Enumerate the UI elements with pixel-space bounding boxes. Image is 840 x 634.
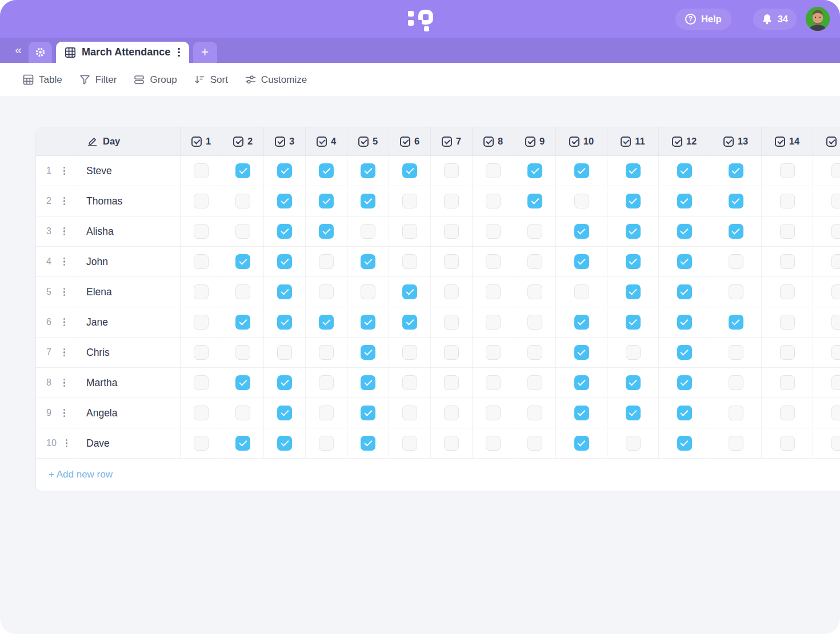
- row-menu-icon[interactable]: [62, 376, 67, 390]
- row-name-cell[interactable]: Martha: [74, 368, 181, 398]
- day-number-header[interactable]: 1: [181, 127, 222, 155]
- attendance-checkbox-cell[interactable]: [659, 216, 710, 246]
- help-button[interactable]: ? Help: [675, 9, 731, 30]
- attendance-checkbox-cell[interactable]: [347, 247, 389, 276]
- attendance-checkbox-cell[interactable]: [222, 338, 264, 367]
- attendance-checkbox-cell[interactable]: [431, 277, 473, 307]
- row-name-cell[interactable]: Steve: [74, 156, 181, 186]
- attendance-checkbox-cell[interactable]: [222, 428, 264, 458]
- attendance-checkbox-cell[interactable]: [264, 428, 306, 458]
- attendance-checkbox-cell[interactable]: [813, 368, 840, 398]
- attendance-checkbox-cell[interactable]: [514, 247, 556, 276]
- attendance-checkbox-cell[interactable]: [347, 307, 389, 337]
- attendance-checkbox-cell[interactable]: [264, 216, 306, 246]
- day-number-header[interactable]: 12: [659, 127, 710, 155]
- attendance-checkbox-cell[interactable]: [813, 338, 840, 367]
- toolbar-group-button[interactable]: Group: [134, 74, 177, 86]
- attendance-checkbox-cell[interactable]: [659, 307, 710, 337]
- attendance-checkbox-cell[interactable]: [762, 428, 813, 458]
- collapse-sidebar-button[interactable]: «: [7, 38, 29, 63]
- attendance-checkbox-cell[interactable]: [710, 398, 762, 428]
- attendance-checkbox-cell[interactable]: [813, 156, 840, 186]
- attendance-checkbox-cell[interactable]: [389, 398, 431, 428]
- attendance-checkbox-cell[interactable]: [813, 428, 840, 458]
- attendance-checkbox-cell[interactable]: [181, 156, 222, 186]
- attendance-checkbox-cell[interactable]: [389, 216, 431, 246]
- attendance-checkbox-cell[interactable]: [710, 307, 762, 337]
- attendance-checkbox-cell[interactable]: [813, 186, 840, 216]
- row-menu-icon[interactable]: [62, 255, 67, 268]
- add-view-button[interactable]: +: [193, 42, 217, 63]
- attendance-checkbox-cell[interactable]: [762, 216, 813, 246]
- attendance-checkbox-cell[interactable]: [556, 247, 607, 276]
- attendance-checkbox-cell[interactable]: [347, 398, 389, 428]
- attendance-checkbox-cell[interactable]: [556, 156, 607, 186]
- attendance-checkbox-cell[interactable]: [813, 398, 840, 428]
- attendance-checkbox-cell[interactable]: [607, 216, 659, 246]
- attendance-checkbox-cell[interactable]: [659, 277, 710, 307]
- attendance-checkbox-cell[interactable]: [710, 277, 762, 307]
- attendance-checkbox-cell[interactable]: [514, 186, 556, 216]
- toolbar-filter-button[interactable]: Filter: [79, 74, 117, 86]
- attendance-checkbox-cell[interactable]: [813, 247, 840, 276]
- attendance-checkbox-cell[interactable]: [181, 428, 222, 458]
- attendance-checkbox-cell[interactable]: [514, 216, 556, 246]
- attendance-checkbox-cell[interactable]: [762, 247, 813, 276]
- attendance-checkbox-cell[interactable]: [264, 186, 306, 216]
- attendance-checkbox-cell[interactable]: [710, 368, 762, 398]
- attendance-checkbox-cell[interactable]: [431, 307, 473, 337]
- day-number-header[interactable]: 15: [813, 127, 840, 155]
- attendance-checkbox-cell[interactable]: [514, 398, 556, 428]
- attendance-checkbox-cell[interactable]: [389, 368, 431, 398]
- attendance-checkbox-cell[interactable]: [813, 216, 840, 246]
- attendance-checkbox-cell[interactable]: [431, 247, 473, 276]
- day-number-header[interactable]: 5: [347, 127, 389, 155]
- attendance-checkbox-cell[interactable]: [813, 277, 840, 307]
- attendance-checkbox-cell[interactable]: [222, 216, 264, 246]
- notifications-button[interactable]: 34: [753, 9, 797, 30]
- attendance-checkbox-cell[interactable]: [473, 277, 514, 307]
- attendance-checkbox-cell[interactable]: [306, 186, 347, 216]
- row-name-cell[interactable]: Angela: [74, 398, 181, 428]
- attendance-checkbox-cell[interactable]: [222, 186, 264, 216]
- attendance-checkbox-cell[interactable]: [710, 247, 762, 276]
- attendance-checkbox-cell[interactable]: [306, 156, 347, 186]
- attendance-checkbox-cell[interactable]: [607, 156, 659, 186]
- attendance-checkbox-cell[interactable]: [347, 156, 389, 186]
- view-settings-button[interactable]: [29, 42, 52, 63]
- attendance-checkbox-cell[interactable]: [556, 368, 607, 398]
- row-menu-icon[interactable]: [62, 195, 67, 208]
- attendance-checkbox-cell[interactable]: [306, 216, 347, 246]
- attendance-checkbox-cell[interactable]: [347, 368, 389, 398]
- attendance-checkbox-cell[interactable]: [473, 186, 514, 216]
- attendance-checkbox-cell[interactable]: [306, 428, 347, 458]
- attendance-checkbox-cell[interactable]: [710, 338, 762, 367]
- attendance-checkbox-cell[interactable]: [607, 247, 659, 276]
- attendance-checkbox-cell[interactable]: [181, 186, 222, 216]
- tab-menu-icon[interactable]: [176, 46, 181, 59]
- attendance-checkbox-cell[interactable]: [762, 277, 813, 307]
- attendance-checkbox-cell[interactable]: [556, 398, 607, 428]
- attendance-checkbox-cell[interactable]: [556, 216, 607, 246]
- row-name-cell[interactable]: Chris: [74, 338, 181, 367]
- attendance-checkbox-cell[interactable]: [659, 156, 710, 186]
- attendance-checkbox-cell[interactable]: [473, 398, 514, 428]
- attendance-checkbox-cell[interactable]: [607, 368, 659, 398]
- attendance-checkbox-cell[interactable]: [389, 307, 431, 337]
- attendance-checkbox-cell[interactable]: [607, 398, 659, 428]
- attendance-checkbox-cell[interactable]: [264, 368, 306, 398]
- day-number-header[interactable]: 7: [431, 127, 473, 155]
- attendance-checkbox-cell[interactable]: [306, 277, 347, 307]
- attendance-checkbox-cell[interactable]: [473, 156, 514, 186]
- day-number-header[interactable]: 11: [607, 127, 659, 155]
- attendance-checkbox-cell[interactable]: [473, 216, 514, 246]
- attendance-checkbox-cell[interactable]: [659, 338, 710, 367]
- attendance-checkbox-cell[interactable]: [762, 398, 813, 428]
- attendance-checkbox-cell[interactable]: [431, 338, 473, 367]
- attendance-checkbox-cell[interactable]: [181, 247, 222, 276]
- attendance-checkbox-cell[interactable]: [473, 368, 514, 398]
- row-menu-icon[interactable]: [62, 225, 67, 238]
- attendance-checkbox-cell[interactable]: [264, 398, 306, 428]
- row-menu-icon[interactable]: [62, 407, 67, 420]
- attendance-checkbox-cell[interactable]: [389, 428, 431, 458]
